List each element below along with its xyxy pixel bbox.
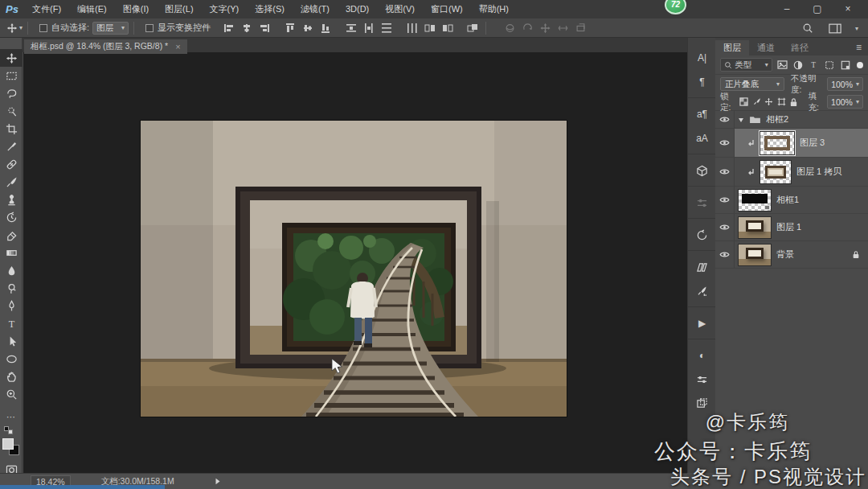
3d-panel-icon[interactable] — [688, 158, 716, 183]
workspace-switcher-icon[interactable] — [828, 22, 842, 35]
layer-thumbnail[interactable] — [738, 216, 772, 239]
menu-select[interactable]: 选择(S) — [247, 0, 293, 18]
character-panel-icon[interactable]: A| — [688, 46, 716, 70]
paragraph-panel-icon[interactable]: ¶ — [688, 70, 716, 94]
layer-row-layer1-copy[interactable]: 图层 1 拷贝 — [715, 158, 868, 187]
show-transform-checkbox[interactable] — [145, 24, 154, 32]
fill-dropdown[interactable]: 100% ▾ — [827, 95, 863, 109]
maximize-button[interactable]: ▢ — [802, 0, 833, 18]
document-tab[interactable]: 相框.psd @ 18.4% (图层 3, RGB/8) * × — [24, 39, 187, 54]
tool-zoom[interactable] — [0, 385, 23, 403]
menu-3d[interactable]: 3D(D) — [338, 0, 377, 18]
align-right-icon[interactable] — [257, 22, 272, 35]
3d-rotate-icon[interactable] — [502, 22, 517, 35]
visibility-eye-icon[interactable] — [715, 158, 735, 186]
tool-clone-stamp[interactable] — [0, 191, 23, 208]
tool-pen[interactable] — [0, 297, 23, 314]
layer-name[interactable]: 图层 3 — [800, 137, 825, 149]
adjustments-panel-icon[interactable]: ◐ — [688, 343, 716, 368]
3d-scale-icon[interactable] — [573, 22, 588, 35]
layer-row-group[interactable]: 相框2 — [715, 111, 868, 129]
default-colors-icon[interactable] — [0, 425, 23, 435]
layer-row-layer1[interactable]: 图层 1 — [715, 214, 868, 241]
layer-thumbnail[interactable] — [760, 131, 795, 155]
visibility-eye-icon[interactable] — [715, 187, 735, 213]
filter-smart-objects-icon[interactable] — [839, 59, 851, 71]
auto-select-checkbox[interactable] — [39, 24, 47, 32]
menu-view[interactable]: 视图(V) — [377, 0, 423, 18]
status-menu-arrow-icon[interactable] — [215, 477, 221, 487]
brush-settings-panel-icon[interactable] — [688, 279, 716, 303]
tool-eraser[interactable] — [0, 226, 23, 244]
auto-align-layers-icon[interactable] — [466, 22, 481, 35]
actions-panel-icon[interactable]: ▶ — [688, 311, 716, 335]
layer-name[interactable]: 相框1 — [776, 194, 799, 206]
minimize-button[interactable]: – — [772, 0, 802, 18]
3d-roll-icon[interactable] — [520, 22, 534, 35]
menu-file[interactable]: 文件(F) — [24, 0, 69, 18]
distribute-middle-icon[interactable] — [362, 22, 376, 35]
tool-crop[interactable] — [0, 120, 23, 138]
properties-panel-icon[interactable] — [688, 191, 716, 215]
lock-all-icon[interactable] — [789, 97, 799, 108]
tool-dodge[interactable] — [0, 279, 23, 297]
visibility-eye-icon[interactable] — [715, 241, 735, 268]
distribute-top-icon[interactable] — [344, 22, 358, 35]
menu-type[interactable]: 文字(Y) — [202, 0, 248, 18]
visibility-eye-icon[interactable] — [715, 111, 735, 128]
menu-layer[interactable]: 图层(L) — [157, 0, 201, 18]
edit-toolbar-ellipsis-icon[interactable]: ⋯ — [0, 408, 23, 425]
align-middle-icon[interactable] — [301, 22, 315, 35]
lock-artboard-icon[interactable] — [776, 97, 786, 108]
paragraph-styles-icon[interactable]: aA — [688, 126, 716, 150]
layer-name[interactable]: 图层 1 — [776, 221, 801, 233]
canvas-area[interactable] — [23, 52, 687, 473]
menu-window[interactable]: 窗口(W) — [423, 0, 471, 18]
tool-ellipse-shape[interactable] — [0, 350, 23, 368]
distribute-center-icon[interactable] — [423, 22, 437, 35]
character-styles-icon[interactable]: a¶ — [688, 102, 716, 126]
tool-preset-chevron-icon[interactable]: ▾ — [19, 24, 23, 31]
filter-adjustment-layers-icon[interactable] — [792, 59, 804, 71]
menu-edit[interactable]: 编辑(E) — [69, 0, 115, 18]
group-expand-arrow-icon[interactable] — [738, 117, 744, 123]
3d-slide-icon[interactable] — [555, 22, 570, 35]
layer-name[interactable]: 相框2 — [766, 113, 788, 125]
tool-spot-healing-brush[interactable] — [0, 155, 23, 173]
layer-row-layer3[interactable]: 图层 3 — [715, 129, 868, 158]
tool-brush[interactable] — [0, 173, 23, 191]
tool-lasso[interactable] — [0, 84, 23, 102]
menu-help[interactable]: 帮助(H) — [471, 0, 517, 18]
tool-rectangular-marquee[interactable] — [0, 67, 23, 84]
history-panel-icon[interactable] — [688, 223, 716, 247]
search-icon[interactable] — [800, 22, 815, 35]
tab-close-icon[interactable]: × — [175, 42, 180, 51]
align-left-icon[interactable] — [222, 22, 236, 35]
tool-quick-selection[interactable] — [0, 102, 23, 120]
lock-position-icon[interactable] — [764, 97, 774, 108]
filter-shape-layers-icon[interactable] — [824, 59, 836, 71]
menu-filter[interactable]: 滤镜(T) — [293, 0, 338, 18]
layer-name[interactable]: 图层 1 拷贝 — [796, 166, 841, 178]
styles-panel-icon[interactable] — [688, 368, 716, 392]
close-button[interactable]: × — [833, 0, 863, 18]
tab-paths[interactable]: 路径 — [783, 40, 817, 55]
foreground-color-swatch[interactable] — [2, 438, 14, 450]
layer-row-frame1[interactable]: 相框1 — [715, 187, 868, 214]
lock-pixels-icon[interactable] — [751, 97, 761, 108]
visibility-eye-icon[interactable] — [715, 214, 735, 240]
panel-menu-icon[interactable]: ≡ — [856, 40, 862, 55]
tool-type[interactable]: T — [0, 314, 23, 332]
opacity-dropdown[interactable]: 100% ▾ — [827, 77, 863, 91]
filter-pixel-layers-icon[interactable] — [776, 59, 788, 71]
blend-mode-dropdown[interactable]: 正片叠底 ▾ — [720, 77, 784, 91]
tab-channels[interactable]: 通道 — [749, 40, 783, 55]
tool-history-brush[interactable] — [0, 208, 23, 226]
tool-path-selection[interactable] — [0, 332, 23, 350]
workspace-chevron-icon[interactable]: ▾ — [855, 25, 858, 32]
lock-transparency-icon[interactable] — [739, 97, 749, 108]
layer-name[interactable]: 背景 — [776, 249, 794, 261]
tool-hand[interactable] — [0, 368, 23, 385]
tool-gradient[interactable] — [0, 244, 23, 261]
visibility-eye-icon[interactable] — [715, 129, 735, 157]
